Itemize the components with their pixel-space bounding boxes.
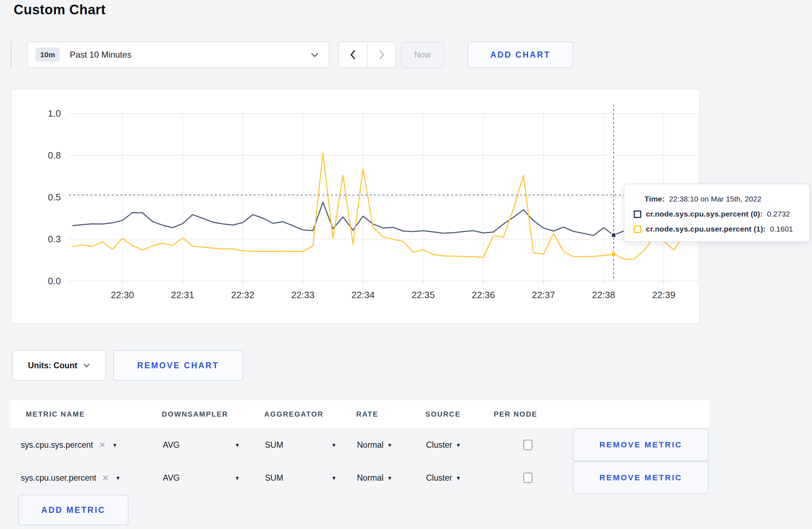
series-line-1 bbox=[72, 153, 684, 259]
tooltip-time-row: Time: 22:38:10 on Mar 15th, 2022 bbox=[634, 191, 800, 207]
aggregator-select[interactable]: SUM ▼ bbox=[265, 473, 337, 483]
tooltip-series-value: 0.2732 bbox=[767, 210, 790, 218]
y-axis-tick-label: 0.5 bbox=[48, 192, 61, 203]
aggregator-value: SUM bbox=[265, 473, 283, 483]
chart-tooltip: Time: 22:38:10 on Mar 15th, 2022 cr.node… bbox=[624, 184, 810, 242]
tooltip-series-row: cr.node.sys.cpu.user.percent (1): 0.1601 bbox=[634, 222, 800, 237]
x-axis-tick-label: 22:35 bbox=[411, 290, 435, 300]
dropdown-caret-icon: ▼ bbox=[235, 442, 240, 448]
metric-name-select[interactable]: sys.cpu.user.percent ✕ ▼ bbox=[21, 473, 121, 483]
remove-chart-button[interactable]: REMOVE CHART bbox=[113, 350, 243, 381]
per-node-checkbox[interactable] bbox=[523, 440, 532, 450]
custom-chart-page: Custom Chart 10m Past 10 Minutes Now ADD… bbox=[0, 0, 812, 529]
x-axis-tick-label: 22:31 bbox=[171, 290, 194, 300]
metric-name: sys.cpu.user.percent bbox=[21, 473, 96, 483]
dropdown-caret-icon: ▼ bbox=[387, 475, 392, 481]
x-axis-tick-label: 22:33 bbox=[291, 290, 314, 300]
remove-metric-button[interactable]: REMOVE METRIC bbox=[573, 461, 709, 494]
x-axis-tick-label: 22:37 bbox=[532, 290, 555, 300]
col-header-per-node: PER NODE bbox=[494, 410, 537, 418]
dropdown-caret-icon: ▼ bbox=[387, 442, 392, 448]
tooltip-time-label: Time: bbox=[644, 195, 665, 203]
y-axis-tick-label: 0.0 bbox=[48, 276, 61, 286]
y-axis-tick-label: 0.8 bbox=[48, 150, 61, 161]
downsampler-select[interactable]: AVG ▼ bbox=[163, 440, 240, 450]
series-user-swatch-icon bbox=[634, 225, 641, 233]
dropdown-caret-icon: ▼ bbox=[331, 442, 337, 448]
time-range-dropdown[interactable]: 10m Past 10 Minutes bbox=[27, 42, 329, 68]
toolbar-divider bbox=[11, 42, 11, 68]
metric-row: sys.cpu.user.percent ✕ ▼ AVG ▼ SUM ▼ Nor… bbox=[11, 461, 709, 494]
downsampler-value: AVG bbox=[163, 473, 180, 483]
prev-interval-button[interactable] bbox=[339, 42, 367, 67]
hover-point-1 bbox=[612, 252, 616, 256]
dropdown-caret-icon: ▼ bbox=[115, 475, 121, 481]
downsampler-value: AVG bbox=[163, 440, 180, 450]
dropdown-caret-icon: ▼ bbox=[331, 475, 337, 481]
per-node-checkbox[interactable] bbox=[523, 473, 532, 483]
dropdown-caret-icon: ▼ bbox=[456, 475, 461, 481]
tooltip-series-row: cr.node.sys.cpu.sys.percent (0): 0.2732 bbox=[634, 207, 800, 222]
add-metric-button[interactable]: ADD METRIC bbox=[18, 495, 129, 525]
add-chart-button[interactable]: ADD CHART bbox=[468, 42, 573, 68]
now-button[interactable]: Now bbox=[401, 42, 444, 68]
col-header-source: SOURCE bbox=[425, 410, 461, 418]
line-chart[interactable]: 0.00.30.50.81.022:3022:3122:3222:3322:34… bbox=[11, 89, 701, 325]
dropdown-caret-icon: ▼ bbox=[112, 442, 117, 448]
tooltip-series-value: 0.1601 bbox=[770, 225, 793, 233]
time-pager bbox=[338, 42, 396, 68]
time-window-badge: 10m bbox=[35, 48, 60, 62]
x-axis-tick-label: 22:34 bbox=[351, 290, 374, 300]
rate-select[interactable]: Normal ▼ bbox=[357, 440, 392, 450]
metric-name: sys.cpu.sys.percent bbox=[21, 440, 93, 450]
downsampler-select[interactable]: AVG ▼ bbox=[163, 473, 240, 483]
tooltip-series-label: cr.node.sys.cpu.user.percent (1): bbox=[646, 225, 766, 233]
dropdown-caret-icon: ▼ bbox=[456, 442, 461, 448]
remove-metric-button[interactable]: REMOVE METRIC bbox=[573, 428, 709, 461]
aggregator-value: SUM bbox=[265, 440, 283, 450]
x-axis-tick-label: 22:30 bbox=[111, 290, 134, 300]
rate-value: Normal bbox=[357, 473, 383, 483]
metric-row: sys.cpu.sys.percent ✕ ▼ AVG ▼ SUM ▼ Norm… bbox=[11, 428, 709, 461]
rate-select[interactable]: Normal ▼ bbox=[357, 473, 392, 483]
chevron-right-icon bbox=[377, 49, 386, 61]
col-header-aggregator: AGGREGATOR bbox=[264, 410, 324, 418]
clear-metric-icon[interactable]: ✕ bbox=[99, 440, 106, 450]
dropdown-caret-icon: ▼ bbox=[235, 475, 240, 481]
series-line-0 bbox=[72, 202, 684, 236]
source-value: Cluster bbox=[426, 473, 452, 483]
page-title: Custom Chart bbox=[14, 2, 106, 18]
source-select[interactable]: Cluster ▼ bbox=[426, 473, 461, 483]
time-window-label: Past 10 Minutes bbox=[70, 50, 131, 60]
source-value: Cluster bbox=[426, 440, 452, 450]
x-axis-tick-label: 22:38 bbox=[592, 290, 615, 300]
col-header-rate: RATE bbox=[356, 410, 378, 418]
next-interval-button[interactable] bbox=[367, 42, 396, 67]
col-header-metric-name: METRIC NAME bbox=[26, 410, 85, 418]
y-axis-tick-label: 1.0 bbox=[48, 108, 61, 119]
metrics-table-header: METRIC NAME DOWNSAMPLER AGGREGATOR RATE … bbox=[11, 400, 709, 428]
units-label: Units: Count bbox=[28, 361, 77, 370]
tooltip-time-value: 22:38:10 on Mar 15th, 2022 bbox=[669, 195, 762, 203]
chevron-left-icon bbox=[349, 49, 357, 61]
source-select[interactable]: Cluster ▼ bbox=[426, 440, 461, 450]
x-axis-tick-label: 22:39 bbox=[652, 290, 675, 300]
col-header-downsampler: DOWNSAMPLER bbox=[162, 410, 228, 418]
chart-card: 0.00.30.50.81.022:3022:3122:3222:3322:34… bbox=[11, 89, 700, 324]
chevron-down-icon bbox=[83, 363, 90, 368]
clear-metric-icon[interactable]: ✕ bbox=[102, 473, 109, 483]
aggregator-select[interactable]: SUM ▼ bbox=[265, 440, 337, 450]
y-axis-tick-label: 0.3 bbox=[48, 234, 61, 244]
rate-value: Normal bbox=[357, 440, 383, 450]
x-axis-tick-label: 22:36 bbox=[472, 290, 495, 300]
x-axis-tick-label: 22:32 bbox=[231, 290, 254, 300]
tooltip-series-label: cr.node.sys.cpu.sys.percent (0): bbox=[646, 210, 763, 218]
metric-name-select[interactable]: sys.cpu.sys.percent ✕ ▼ bbox=[21, 440, 117, 450]
chevron-down-icon bbox=[310, 52, 319, 58]
hover-point-0 bbox=[612, 233, 616, 237]
series-sys-swatch-icon bbox=[634, 210, 641, 218]
units-dropdown[interactable]: Units: Count bbox=[12, 350, 106, 381]
